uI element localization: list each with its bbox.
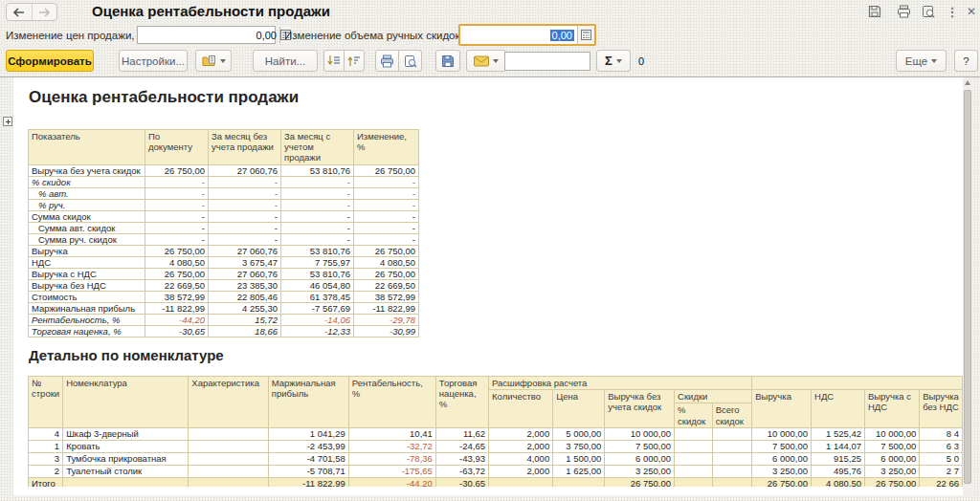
cell[interactable] — [712, 465, 752, 477]
cell[interactable]: -11 822,99 — [354, 302, 419, 314]
cell[interactable]: 10,41 — [348, 427, 435, 440]
cell[interactable]: 7 500,00 — [752, 440, 812, 452]
cell[interactable]: 6 000,00 — [605, 452, 675, 465]
row-label[interactable]: Сумма авт. скидок — [29, 222, 145, 233]
cell[interactable]: 2,000 — [489, 427, 553, 440]
cell[interactable]: 4 080,50 — [145, 256, 209, 268]
cell[interactable]: 1 625,00 — [553, 465, 605, 477]
cell[interactable]: 11,62 — [435, 427, 488, 440]
cell[interactable]: 7 500,00 — [605, 440, 675, 452]
cell[interactable]: Кровать — [63, 440, 189, 452]
cell[interactable]: - — [145, 222, 209, 233]
cell[interactable]: 3 — [29, 452, 63, 465]
cell[interactable]: 5 0 — [920, 452, 963, 465]
cell[interactable]: 3 750,00 — [553, 440, 605, 452]
cell[interactable]: -30,65 — [435, 477, 488, 487]
cell[interactable]: 1 144,07 — [812, 440, 865, 452]
cell[interactable]: -78,36 — [348, 452, 435, 465]
cell[interactable]: 22 669,50 — [145, 279, 209, 291]
save-result-button[interactable] — [435, 50, 460, 72]
cell[interactable]: -44,20 — [145, 314, 209, 325]
cell[interactable] — [675, 452, 713, 465]
cell[interactable]: - — [281, 222, 354, 233]
cell[interactable]: 7 755,97 — [281, 256, 354, 268]
collapse-groups-button[interactable] — [323, 50, 345, 72]
cell[interactable]: 5 000,00 — [553, 427, 605, 440]
cell[interactable]: -44,20 — [348, 477, 435, 487]
cell[interactable]: -29,78 — [354, 314, 419, 325]
titlebar-preview-button[interactable] — [921, 4, 936, 19]
cell[interactable]: 3 250,00 — [605, 465, 675, 477]
cell[interactable]: 26 750,00 — [145, 164, 209, 176]
cell[interactable]: - — [145, 233, 209, 245]
row-label[interactable]: % руч. — [29, 199, 145, 210]
row-label[interactable]: Выручка с НДС — [29, 268, 145, 279]
cell[interactable] — [675, 427, 713, 440]
cell[interactable]: 53 810,76 — [281, 164, 354, 176]
more-actions-button[interactable]: Еще — [896, 50, 947, 72]
row-label[interactable]: Сумма руч. скидок — [29, 233, 145, 245]
cell[interactable]: -11 822,99 — [268, 477, 348, 487]
cell[interactable]: 10 000,00 — [752, 427, 812, 440]
cell[interactable]: 10 000,00 — [864, 427, 919, 440]
cell[interactable]: - — [281, 210, 354, 222]
send-mail-button[interactable] — [466, 50, 506, 72]
cell[interactable]: - — [209, 233, 281, 245]
cell[interactable] — [189, 452, 268, 465]
cell[interactable]: - — [354, 187, 419, 199]
cell[interactable]: 22 805,46 — [209, 291, 281, 302]
expand-groups-button[interactable] — [344, 50, 365, 72]
cell[interactable] — [712, 452, 752, 465]
cell[interactable]: - — [145, 210, 209, 222]
cell[interactable]: -24,65 — [435, 440, 488, 452]
generate-button[interactable]: Сформировать — [6, 50, 94, 72]
cell[interactable]: - — [209, 222, 281, 233]
cell[interactable]: - — [354, 210, 419, 222]
cell[interactable] — [553, 477, 605, 487]
cell[interactable]: 4 — [29, 427, 63, 440]
cell[interactable]: 6 3 — [920, 440, 963, 452]
cell[interactable] — [712, 440, 752, 452]
cell[interactable]: 15,72 — [209, 314, 281, 325]
cell[interactable]: 1 500,00 — [553, 452, 605, 465]
cell[interactable]: 23 385,30 — [209, 279, 281, 291]
cell[interactable]: 915,25 — [812, 452, 865, 465]
cell[interactable]: 27 060,76 — [209, 245, 281, 256]
discount-change-input[interactable]: 0,00 — [460, 26, 577, 44]
cell[interactable]: - — [209, 176, 281, 187]
sum-button[interactable]: Σ — [596, 50, 631, 72]
cell[interactable]: -2 453,99 — [268, 440, 348, 452]
cell[interactable]: -30,99 — [354, 325, 419, 337]
close-button[interactable]: ✕ — [964, 4, 979, 19]
settings-button[interactable]: Настройки... — [119, 50, 188, 72]
row-label[interactable]: Маржинальная прибыль — [29, 302, 145, 314]
row-label[interactable]: НДС — [29, 256, 145, 268]
cell[interactable]: - — [209, 187, 281, 199]
cell[interactable] — [189, 440, 268, 452]
report-variants-button[interactable] — [195, 50, 232, 72]
cell[interactable]: -5 708,71 — [268, 465, 348, 477]
price-change-input[interactable] — [138, 27, 279, 43]
cell[interactable]: - — [145, 176, 209, 187]
cell[interactable] — [489, 477, 553, 487]
cell[interactable]: 2 7 — [920, 465, 963, 477]
cell[interactable]: 26 750,00 — [145, 268, 209, 279]
cell[interactable]: -30,65 — [145, 325, 209, 337]
cell[interactable]: - — [281, 199, 354, 210]
cell[interactable]: -7 567,69 — [281, 302, 354, 314]
cell[interactable]: -12,33 — [281, 325, 354, 337]
cell[interactable]: -4 701,58 — [268, 452, 348, 465]
row-label[interactable]: Выручка — [29, 245, 145, 256]
cell[interactable]: - — [209, 199, 281, 210]
cell[interactable]: Тумбочка прикроватная — [63, 452, 189, 465]
cell[interactable] — [189, 427, 268, 440]
cell[interactable]: 6 000,00 — [864, 452, 919, 465]
cell[interactable] — [712, 427, 752, 440]
cell[interactable]: - — [145, 187, 209, 199]
cell[interactable]: - — [209, 210, 281, 222]
cell[interactable]: -14,06 — [281, 314, 354, 325]
cell[interactable]: -11 822,99 — [145, 302, 209, 314]
cell[interactable]: - — [354, 233, 419, 245]
cell[interactable]: - — [281, 233, 354, 245]
cell[interactable]: 53 810,76 — [281, 268, 354, 279]
